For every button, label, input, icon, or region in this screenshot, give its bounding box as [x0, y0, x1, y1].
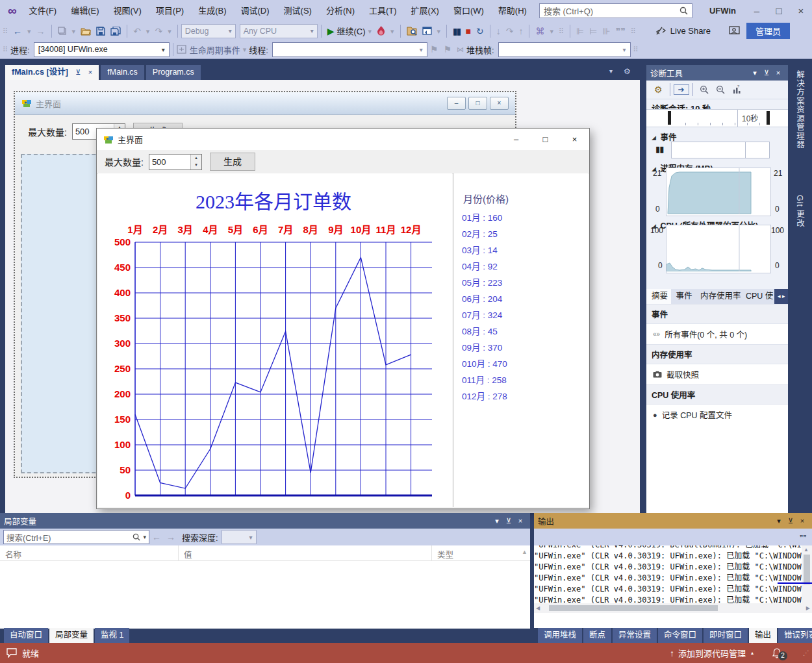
step-into-button[interactable]: ↓	[494, 22, 503, 40]
record-cpu-profile-link[interactable]: ● 记录 CPU 配置文件	[646, 405, 788, 425]
suspend-icon[interactable]: ⋈	[454, 40, 466, 58]
tab-error-list[interactable]: 错误列表	[778, 628, 812, 643]
tab-cpu-usage[interactable]: CPU 使	[741, 289, 774, 304]
locals-titlebar[interactable]: 局部变量 ▾ ⊻ ×	[0, 513, 530, 529]
stop-debugging-button[interactable]: ■	[463, 22, 474, 40]
scroll-right-icon[interactable]: ▶	[806, 605, 810, 611]
navigate-forward-button[interactable]: →	[34, 22, 48, 40]
zoom-in-icon[interactable]	[700, 85, 709, 94]
pin-icon[interactable]: ⊻	[785, 517, 796, 525]
menu-analyze[interactable]: 分析(N)	[319, 0, 362, 21]
toolbar-overflow[interactable]: ⠿	[628, 22, 639, 40]
tab-scroll-arrows[interactable]: ◂ ▸	[774, 289, 788, 304]
menu-tools[interactable]: 工具(T)	[362, 0, 404, 21]
zoom-out-icon[interactable]	[716, 85, 726, 94]
tab-breakpoints[interactable]: 断点	[583, 628, 611, 643]
editor-options-gear-icon[interactable]: ⚙	[624, 67, 631, 76]
lifecycle-events-button[interactable]: 生命周期事件	[190, 44, 240, 56]
close-icon[interactable]: ×	[772, 69, 784, 77]
save-all-button[interactable]	[108, 27, 123, 36]
export-icon[interactable]: ➔	[674, 84, 689, 95]
menu-help[interactable]: 帮助(H)	[491, 0, 534, 21]
tab-watch1[interactable]: 监视 1	[95, 628, 129, 643]
undo-button[interactable]: ↶	[131, 22, 144, 40]
settings-gear-icon[interactable]: ⚙	[650, 84, 666, 95]
events-track[interactable]	[671, 142, 770, 158]
lifecycle-dropdown[interactable]: ▾	[240, 40, 249, 58]
diagnostics-titlebar[interactable]: 诊断工具 ▾ ⊻ ×	[646, 65, 788, 81]
tab-output[interactable]: 输出	[749, 628, 777, 643]
minimize-button[interactable]: –	[746, 0, 768, 21]
spin-up-icon[interactable]: ▲	[191, 155, 201, 162]
quotes-button[interactable]: ❞❞	[613, 22, 628, 40]
continue-button[interactable]: 继续(C)	[336, 25, 365, 37]
close-icon[interactable]: ×	[796, 517, 808, 525]
session-timeline-ruler[interactable]: 10秒	[646, 109, 788, 127]
live-share-button[interactable]: Live Share	[670, 26, 711, 36]
user-account-icon[interactable]	[729, 26, 740, 36]
search-depth-select[interactable]: ▾	[222, 530, 257, 544]
redo-dropdown[interactable]: ▾	[165, 22, 174, 40]
pin-icon[interactable]: ⊻	[75, 68, 81, 76]
tab-summary[interactable]: 摘要	[646, 289, 671, 304]
output-vertical-scrollbar[interactable]: ▲ ▼	[802, 545, 812, 610]
tab-exception-settings[interactable]: 异常设置	[613, 628, 657, 643]
flag-threads-icon[interactable]: ⚑	[440, 40, 454, 58]
stack-frame-select[interactable]: ▾	[498, 42, 631, 57]
continue-dropdown[interactable]: ▾	[365, 22, 374, 40]
column-type[interactable]: 类型	[432, 545, 520, 560]
find-in-files-button[interactable]	[404, 27, 420, 36]
column-name[interactable]: 名称	[0, 545, 179, 560]
debugrow-overflow[interactable]: ⠿	[631, 40, 641, 58]
navigate-back-dropdown[interactable]: ▾	[25, 22, 34, 40]
cpu-graph[interactable]	[666, 225, 771, 273]
search-dropdown-icon[interactable]: ▾	[143, 534, 146, 540]
align-left-button[interactable]: ⊫	[574, 22, 587, 40]
platform-select[interactable]: Any CPU ▾	[240, 24, 318, 38]
locals-grid-body[interactable]	[0, 561, 530, 629]
pin-icon[interactable]: ⊻	[503, 517, 514, 525]
tab-events[interactable]: 事件	[671, 289, 696, 304]
quick-search-input[interactable]: 搜索 (Ctrl+Q)	[539, 3, 692, 18]
qty-spinner[interactable]: 500 ▲▼	[149, 154, 202, 170]
align-center-button[interactable]: ⊨	[587, 22, 600, 40]
search-forward-icon[interactable]: →	[164, 528, 178, 546]
all-events-link[interactable]: «» 所有事件(0 个, 共 0 个)	[646, 324, 788, 344]
app-close-button[interactable]: ×	[560, 129, 589, 150]
menu-file[interactable]: 文件(F)	[22, 0, 64, 21]
menu-edit[interactable]: 编辑(E)	[64, 0, 106, 21]
tab-program[interactable]: Program.cs	[146, 65, 201, 80]
thread-select[interactable]: ▾	[272, 42, 427, 57]
admin-badge-button[interactable]: 管理员	[746, 23, 790, 39]
maximize-button[interactable]: □	[768, 0, 790, 21]
break-all-button[interactable]: ▮▮	[450, 22, 463, 40]
live-share-icon[interactable]	[655, 26, 667, 36]
hot-reload-dropdown[interactable]: ▾	[388, 22, 397, 40]
toolbar-overflow-icon[interactable]: ❞❞	[800, 534, 807, 541]
close-tab-icon[interactable]: ×	[88, 68, 92, 76]
solution-config-select[interactable]: Debug ▾	[181, 24, 236, 38]
output-log[interactable]: "UFWin.exe" (CLR v4.0.30319: DefaultDoma…	[534, 545, 802, 610]
search-back-icon[interactable]: ←	[149, 528, 164, 546]
tab-immediate-window[interactable]: 即时窗口	[704, 628, 748, 643]
menu-project[interactable]: 项目(P)	[149, 0, 191, 21]
close-icon[interactable]: ×	[514, 517, 526, 525]
panel-menu-icon[interactable]: ▾	[749, 69, 761, 77]
chart-options-icon[interactable]: ?	[732, 85, 742, 94]
tab-call-stack[interactable]: 调用堆栈	[538, 628, 582, 643]
close-button[interactable]: ×	[790, 0, 812, 21]
menu-build[interactable]: 生成(B)	[191, 0, 233, 21]
tab-fmain-design[interactable]: fMain.cs [设计] ⊻ ×	[5, 65, 99, 80]
menu-debug[interactable]: 调试(D)	[234, 0, 277, 21]
menu-extensions[interactable]: 扩展(X)	[404, 0, 446, 21]
menu-test[interactable]: 测试(S)	[277, 0, 319, 21]
tab-fmain-code[interactable]: fMain.cs	[101, 65, 144, 80]
new-window-button[interactable]	[55, 27, 70, 36]
step-over-button[interactable]: ↷	[503, 22, 516, 40]
app-maximize-button[interactable]: □	[531, 129, 560, 150]
sidebar-tab-git-changes[interactable]: Git 更改	[794, 195, 806, 227]
redo-button[interactable]: ↷	[152, 22, 165, 40]
source-control-caret-icon[interactable]: ▴	[751, 650, 754, 656]
app-window-titlebar[interactable]: 主界面 – □ ×	[97, 129, 589, 150]
tab-locals[interactable]: 局部变量	[49, 628, 94, 643]
